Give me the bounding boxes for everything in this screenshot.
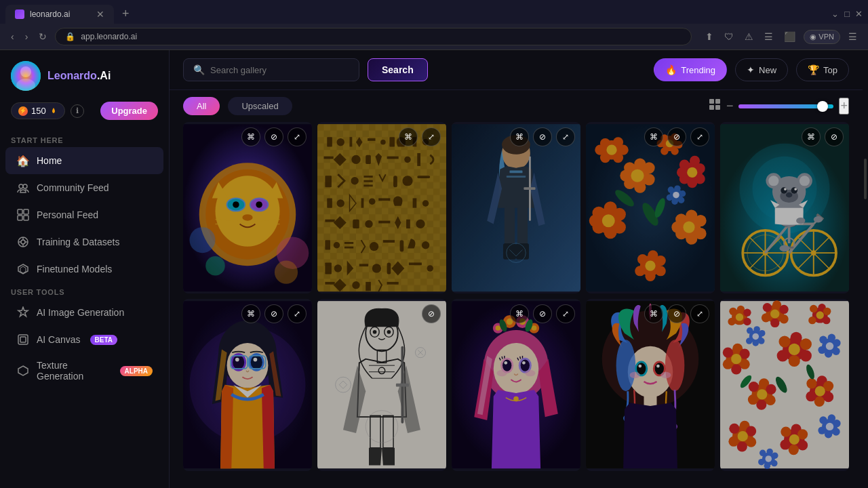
shield-btn[interactable]: 🛡 [722, 28, 736, 45]
scrollbar-thumb[interactable] [864, 159, 867, 199]
overlay-btn-expand-3[interactable]: ⤢ [556, 127, 575, 146]
svg-marker-16 [20, 266, 26, 273]
overlay-btn-expand-6[interactable]: ⤢ [288, 304, 307, 323]
overlay-btn-expand-8[interactable]: ⤢ [556, 304, 575, 323]
overlay-btn-magic-8[interactable]: ⌘ [510, 304, 529, 323]
browser-minimize[interactable]: ⌄ [831, 9, 839, 19]
overlay-8: ⌘ ⊘ ⤢ [452, 299, 580, 470]
bookmark-btn[interactable]: ☰ [762, 28, 776, 45]
sidebar-item-home[interactable]: 🏠 Home [5, 147, 163, 174]
overlay-btn-magic-3[interactable]: ⌘ [510, 127, 529, 146]
address-bar[interactable]: 🔒 app.leonardo.ai [55, 28, 692, 45]
sidebar-item-training-datasets[interactable]: Training & Datasets [5, 228, 163, 256]
overlay-btn-edit-9[interactable]: ⊘ [667, 304, 686, 323]
svg-rect-8 [24, 216, 28, 220]
gallery-container[interactable]: ⌘ ⊘ ⤢ [170, 122, 863, 488]
new-button[interactable]: ✦ New [735, 58, 788, 81]
overlay-btn-expand-1[interactable]: ⤢ [288, 127, 307, 146]
overlay-btn-edit-3[interactable]: ⊘ [533, 127, 552, 146]
app-container: Leonardo.Ai ⚡ 150 ℹ Upgrade Start Here 🏠… [0, 50, 868, 488]
upgrade-button[interactable]: Upgrade [100, 102, 158, 120]
filter-bar: All Upscaled − + [170, 90, 863, 122]
svg-rect-17 [18, 335, 28, 344]
extension-btn[interactable]: ⬛ [781, 28, 798, 45]
overlay-7: ⊘ [317, 299, 446, 470]
forward-btn[interactable]: › [22, 28, 31, 45]
gallery-item-5[interactable]: ⌘ ⊘ [720, 122, 849, 293]
overlay-btn-expand-9[interactable]: ⤢ [690, 304, 709, 323]
tab-close-btn[interactable]: ✕ [96, 9, 104, 20]
sidebar-item-community-feed[interactable]: Community Feed [5, 174, 163, 201]
warning-btn[interactable]: ⚠ [742, 28, 756, 45]
sidebar-item-finetuned-models[interactable]: Finetuned Models [5, 256, 163, 283]
zoom-plus-btn[interactable]: + [839, 98, 849, 115]
sidebar-item-ai-canvas[interactable]: AI Canvas BETA [5, 326, 163, 353]
personal-feed-icon [16, 208, 30, 222]
overlay-btn-expand-4[interactable]: ⤢ [690, 127, 709, 146]
avatar[interactable] [11, 61, 41, 91]
menu-btn[interactable]: ☰ [846, 28, 860, 45]
gallery-item-2[interactable]: ⌘ ⤢ [317, 122, 446, 293]
top-label: Top [823, 65, 837, 75]
overlay-btn-edit-8[interactable]: ⊘ [533, 304, 552, 323]
overlay-btn-expand-2[interactable]: ⤢ [422, 127, 441, 146]
gallery-item-4[interactable]: ⌘ ⊘ ⤢ [586, 122, 715, 293]
svg-point-1 [20, 66, 31, 77]
top-button[interactable]: 🏆 Top [796, 58, 849, 81]
search-box[interactable]: 🔍 [183, 58, 359, 81]
overlay-btn-magic-1[interactable]: ⌘ [241, 127, 260, 146]
sidebar-item-home-label: Home [37, 155, 62, 166]
grid-view-btn[interactable] [709, 98, 721, 114]
tokens-flame-icon [50, 107, 58, 115]
gallery-item-6[interactable]: ⌘ ⊘ ⤢ [183, 299, 312, 470]
sidebar-item-training-datasets-label: Training & Datasets [37, 237, 119, 247]
overlay-5: ⌘ ⊘ [720, 122, 849, 293]
svg-rect-5 [18, 209, 22, 214]
overlay-btn-magic-6[interactable]: ⌘ [241, 304, 260, 323]
overlay-btn-edit-4[interactable]: ⊘ [667, 127, 686, 146]
gallery-item-1[interactable]: ⌘ ⊘ ⤢ [183, 122, 312, 293]
gallery-item-9[interactable]: ⌘ ⊘ ⤢ [586, 299, 715, 470]
trending-button[interactable]: 🔥 Trending [654, 58, 727, 81]
trending-icon: 🔥 [665, 64, 677, 75]
gallery-item-7[interactable]: ⊘ [317, 299, 446, 470]
new-tab-btn[interactable]: + [117, 4, 135, 24]
gallery-item-8[interactable]: ⌘ ⊘ ⤢ [452, 299, 580, 470]
overlay-btn-edit-6[interactable]: ⊘ [264, 304, 283, 323]
search-input[interactable] [210, 65, 349, 75]
tab-bar: leonardo.ai ✕ + ⌄ □ ✕ [0, 0, 868, 24]
browser-actions: ⬆ 🛡 ⚠ ☰ ⬛ ◉ VPN ☰ [703, 28, 860, 45]
svg-rect-21 [715, 99, 720, 104]
overlay-btn-magic-4[interactable]: ⌘ [644, 127, 663, 146]
zoom-slider[interactable] [738, 104, 833, 108]
sidebar-item-ai-image-generation[interactable]: AI Image Generation [5, 299, 163, 326]
filter-all[interactable]: All [183, 97, 220, 115]
overlay-btn-magic-5[interactable]: ⌘ [802, 127, 821, 146]
zoom-minus-btn[interactable]: − [726, 99, 734, 113]
overlay-btn-edit-5[interactable]: ⊘ [825, 127, 844, 146]
overlay-btn-magic-2[interactable]: ⌘ [399, 127, 418, 146]
svg-rect-6 [24, 209, 28, 214]
overlay-btn-edit-1[interactable]: ⊘ [264, 127, 283, 146]
browser-maximize[interactable]: □ [842, 9, 852, 19]
sidebar-item-texture-generation[interactable]: Texture Generation ALPHA [5, 353, 163, 388]
active-tab[interactable]: leonardo.ai ✕ [5, 5, 114, 24]
info-button[interactable]: ℹ [71, 104, 84, 118]
scrollbar-track[interactable] [863, 50, 868, 488]
filter-upscaled[interactable]: Upscaled [228, 97, 292, 115]
browser-close[interactable]: ✕ [855, 9, 863, 19]
new-label: New [759, 65, 776, 75]
gallery-item-10[interactable] [720, 299, 849, 470]
share-btn[interactable]: ⬆ [703, 28, 716, 45]
overlay-2: ⌘ ⤢ [317, 122, 446, 293]
overlay-btn-magic-9[interactable]: ⌘ [644, 304, 663, 323]
gallery-item-3[interactable]: ⌘ ⊘ ⤢ [452, 122, 580, 293]
sidebar-item-personal-feed[interactable]: Personal Feed [5, 201, 163, 228]
sidebar: Leonardo.Ai ⚡ 150 ℹ Upgrade Start Here 🏠… [0, 50, 170, 488]
search-button[interactable]: Search [368, 58, 428, 81]
trending-label: Trending [681, 65, 715, 75]
sidebar-item-ai-image-label: AI Image Generation [37, 307, 124, 318]
reload-btn[interactable]: ↻ [36, 28, 50, 45]
back-btn[interactable]: ‹ [8, 28, 17, 45]
overlay-btn-edit-7[interactable]: ⊘ [422, 304, 441, 323]
